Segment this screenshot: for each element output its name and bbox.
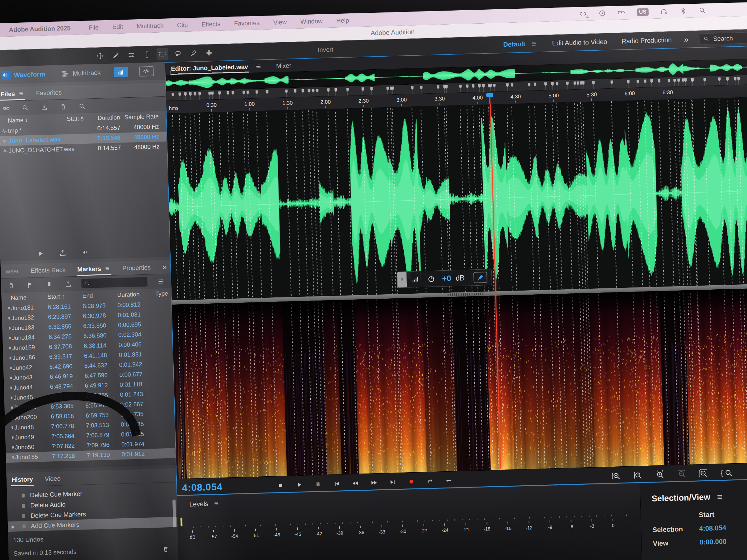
menu-multitrack[interactable]: Multitrack	[137, 22, 163, 30]
value-start[interactable]: 0:00.000	[699, 537, 747, 546]
ruler-tick[interactable]: 5:30	[586, 91, 597, 101]
menu-file[interactable]: File	[88, 24, 99, 31]
import-icon[interactable]	[38, 103, 50, 112]
fast-forward-button[interactable]	[369, 477, 380, 488]
ruler-tick[interactable]: 5:00	[548, 92, 559, 102]
workspace-overflow-button[interactable]: »	[684, 34, 689, 44]
ruler-tick[interactable]: 3:00	[396, 97, 407, 106]
move-playhead-button[interactable]	[443, 475, 455, 486]
tab-markers[interactable]: Markers	[77, 265, 110, 273]
ruler-unit-label[interactable]: hms	[169, 105, 179, 111]
skip-to-end-button[interactable]	[387, 477, 398, 487]
hud-gain-knob-icon[interactable]	[424, 274, 438, 284]
column-header-sample-rate[interactable]: Sample Rate	[124, 113, 163, 121]
ruler-tick[interactable]: 1:00	[244, 101, 255, 111]
clear-history-trash-icon[interactable]	[160, 545, 172, 554]
play-icon[interactable]	[34, 249, 46, 258]
menu-effects[interactable]: Effects	[201, 20, 221, 28]
menu-help[interactable]: Help	[336, 17, 349, 24]
markers-search-input[interactable]	[81, 277, 148, 288]
menu-view[interactable]: View	[273, 18, 287, 26]
workspace-menu-icon[interactable]	[531, 40, 538, 48]
ruler-tick[interactable]: 4:30	[511, 94, 521, 103]
trash-icon[interactable]	[57, 102, 69, 111]
column-header-end[interactable]: End	[82, 292, 117, 299]
panel-menu-icon[interactable]	[213, 500, 220, 507]
hud-drag-handle[interactable]	[397, 272, 407, 288]
column-header-status[interactable]: Status	[67, 115, 89, 123]
value-start[interactable]: 4:08.054	[699, 523, 747, 533]
panel-menu-icon[interactable]	[716, 493, 724, 501]
ruler-tick[interactable]: 4:00	[472, 95, 483, 104]
time-selection-tool-button[interactable]	[141, 49, 153, 61]
column-header-start[interactable]: Start ↑	[47, 292, 82, 300]
move-tool-button[interactable]	[94, 50, 106, 62]
search-input[interactable]: Search	[699, 31, 747, 45]
export-icon[interactable]	[62, 280, 74, 288]
export-icon[interactable]	[57, 248, 69, 258]
new-container-icon[interactable]	[19, 103, 31, 112]
invert-button[interactable]: Invert	[317, 46, 333, 53]
tab-editor[interactable]: Editor: Juno_Labeled.wav	[170, 62, 249, 74]
record-button[interactable]	[406, 476, 417, 487]
ruler-tick[interactable]: 0:30	[206, 102, 217, 112]
lasso-selection-tool-button[interactable]	[172, 48, 184, 60]
zoom-to-out-point-button[interactable]: }	[744, 467, 747, 477]
stop-button[interactable]	[276, 480, 286, 490]
keyboard-us-icon[interactable]: US	[637, 8, 649, 16]
search-icon[interactable]	[76, 102, 88, 110]
menu-clip[interactable]: Clip	[177, 21, 188, 29]
ruler-tick[interactable]: 6:30	[662, 89, 673, 99]
hud-gain-value[interactable]: +0	[442, 273, 452, 284]
list-icon[interactable]	[155, 277, 166, 286]
levels-panel-label[interactable]: Levels	[189, 500, 208, 508]
tab-mixer[interactable]: Mixer	[276, 62, 292, 70]
spot-healing-brush-tool-button[interactable]	[203, 47, 215, 59]
ruler-tick[interactable]: 1:30	[282, 100, 293, 109]
show-waveform-display-toggle[interactable]	[139, 66, 154, 77]
slip-tool-button[interactable]	[125, 49, 137, 61]
zoom-in-amplitude-button[interactable]	[610, 471, 623, 481]
tab-files[interactable]: Files	[1, 90, 24, 98]
zoom-out-full-button[interactable]	[697, 468, 710, 479]
trash-icon[interactable]	[5, 281, 17, 290]
panel-menu-icon[interactable]	[255, 63, 262, 70]
speaker-icon[interactable]	[79, 248, 91, 257]
menu-favorites[interactable]: Favorites	[234, 19, 260, 27]
panel-overflow-button[interactable]: »	[162, 263, 167, 271]
insert-marker-icon[interactable]	[24, 281, 36, 289]
waveform-view-button[interactable]: Waveform	[0, 69, 47, 80]
workspace-default[interactable]: Default	[503, 40, 525, 48]
app-menu-title[interactable]: Adobe Audition 2025	[9, 25, 71, 34]
playhead-time-display[interactable]: 4:08.054	[182, 481, 223, 494]
creative-cloud-icon[interactable]	[579, 10, 587, 18]
column-header-name[interactable]: Name ↓	[7, 116, 67, 124]
menu-edit[interactable]: Edit	[112, 23, 123, 30]
ruler-tick[interactable]: 3:30	[435, 96, 445, 105]
column-header-duration[interactable]: Duration	[117, 291, 155, 298]
workspace-edit-audio-to-video[interactable]: Edit Audio to Video	[552, 38, 607, 47]
column-header-name[interactable]: Name	[10, 294, 48, 301]
loop-playback-button[interactable]	[425, 476, 436, 486]
tab-effects-rack[interactable]: Effects Rack	[30, 266, 66, 274]
battery-icon[interactable]	[618, 8, 626, 17]
pause-button[interactable]	[313, 479, 324, 490]
splitter-grip[interactable]	[447, 292, 485, 296]
ruler-tick[interactable]: 2:30	[358, 98, 369, 107]
zoom-out-amplitude-button[interactable]	[632, 470, 645, 480]
headphones-icon[interactable]	[660, 7, 668, 16]
menu-window[interactable]: Window	[300, 18, 323, 25]
link-icon[interactable]	[0, 104, 12, 113]
razor-tool-button[interactable]	[110, 50, 122, 61]
playhead-handle[interactable]	[486, 93, 493, 97]
tab-video[interactable]: Video	[45, 475, 61, 482]
spectral-frequency-display[interactable]	[172, 287, 747, 479]
column-header-type[interactable]: Type	[155, 290, 171, 297]
ruler-tick[interactable]: 6:00	[624, 90, 635, 100]
insert-range-icon[interactable]	[43, 280, 55, 289]
spotlight-search-icon[interactable]	[698, 6, 706, 15]
time-machine-icon[interactable]	[598, 9, 607, 18]
paintbrush-tool-button[interactable]	[187, 47, 200, 59]
skip-to-start-button[interactable]	[332, 478, 342, 489]
hud-pin-button[interactable]	[473, 272, 487, 283]
